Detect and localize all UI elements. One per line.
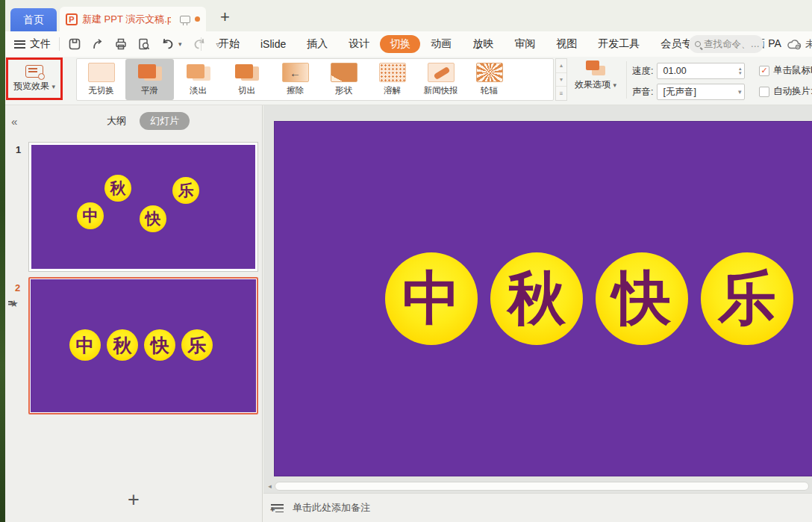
effect-options-label: 效果选项 — [575, 79, 610, 90]
file-menu-label: 文件 — [30, 37, 51, 51]
notes-placeholder: 单击此处添加备注 — [293, 501, 370, 515]
slide-canvas[interactable]: 中 秋 快 乐 — [275, 122, 812, 476]
auto-advance-checkbox[interactable] — [759, 87, 769, 97]
undo-dropdown-caret-icon[interactable]: ▾ — [178, 40, 182, 48]
slide-2-thumbnail-selected[interactable]: 中 秋 快 乐 — [28, 277, 258, 414]
auto-advance-row: 自动换片: — [759, 85, 812, 98]
transition-shape[interactable]: 形状 — [319, 59, 368, 100]
char-circle[interactable]: 秋 — [490, 252, 583, 345]
sync-status-label: 未同步 — [805, 37, 812, 51]
speed-field-row: 速度: 01.00 ▴▾ — [632, 63, 745, 79]
tab-insert[interactable]: 插入 — [296, 35, 338, 53]
tab-animation[interactable]: 动画 — [420, 35, 462, 53]
ribbon-separator — [626, 61, 627, 99]
redo-icon — [192, 37, 207, 51]
print-preview-icon[interactable] — [137, 37, 151, 51]
transition-dissolve[interactable]: 溶解 — [368, 59, 416, 100]
transition-none[interactable]: 无切换 — [77, 59, 125, 100]
gallery-scrollbar[interactable]: ▴ ▾ ≡ — [555, 58, 567, 101]
collapse-panel-icon[interactable]: « — [11, 115, 17, 128]
window-tab-bar: 首页 P 新建 PPT 演示文稿.ppt + — [5, 0, 812, 31]
transition-wipe[interactable]: ← 擦除 — [271, 59, 319, 100]
sound-label: 声音: — [632, 86, 653, 99]
tab-slideshow[interactable]: 放映 — [462, 35, 504, 53]
scroll-left-icon[interactable]: ◂ — [265, 482, 275, 490]
char-circle[interactable]: 中 — [385, 252, 478, 345]
char-circle: 乐 — [172, 177, 199, 204]
chevron-down-icon: ▾ — [613, 81, 616, 89]
print-icon[interactable] — [114, 37, 128, 51]
slides-panel: « 大纲 幻灯片 1 中 秋 快 乐 2 ★ 中 秋 快 乐 + — [5, 105, 263, 522]
tab-transition[interactable]: 切换 — [380, 35, 420, 53]
slide-1-preview: 中 秋 快 乐 — [31, 145, 255, 269]
transition-wipe-icon: ← — [282, 63, 309, 82]
char-circle: 乐 — [181, 329, 213, 361]
sound-dropdown[interactable]: [无声音] ▾ — [657, 84, 745, 100]
transition-wheel-icon — [476, 63, 503, 82]
tab-devtools[interactable]: 开发工具 — [587, 35, 650, 53]
tab-home[interactable]: 首页 — [10, 8, 57, 31]
slide-2-number: 2 — [15, 282, 20, 293]
search-command-box[interactable]: 查找命令、… — [689, 35, 763, 53]
char-circle: 秋 — [104, 175, 131, 202]
quick-access-toolbar: ▾ ▿ — [68, 37, 220, 51]
unsaved-dot-icon — [195, 16, 200, 22]
transition-smooth-icon — [137, 63, 163, 82]
tab-document[interactable]: P 新建 PPT 演示文稿.ppt — [60, 7, 206, 31]
presentation-monitor-icon — [180, 16, 190, 23]
speed-input[interactable]: 01.00 ▴▾ — [657, 63, 745, 79]
gallery-scroll-up-icon: ▴ — [556, 59, 566, 73]
desktop-wallpaper-strip — [0, 0, 5, 522]
char-circle: 快 — [144, 329, 175, 361]
tab-review[interactable]: 审阅 — [504, 35, 546, 53]
notes-bar[interactable]: 单击此处添加备注 — [263, 493, 812, 522]
menu-separator — [201, 37, 202, 51]
slide-1-thumbnail[interactable]: 中 秋 快 乐 — [28, 142, 258, 272]
undo-icon[interactable] — [160, 37, 175, 51]
on-mouse-click-checkbox[interactable]: ✓ — [759, 66, 769, 76]
transition-wheel[interactable]: 轮辐 — [465, 59, 513, 100]
char-circle[interactable]: 乐 — [701, 252, 793, 345]
add-slide-button[interactable]: + — [5, 488, 262, 512]
tab-design[interactable]: 设计 — [338, 35, 380, 53]
char-circle: 中 — [77, 202, 104, 229]
wps-presentation-window: 首页 P 新建 PPT 演示文稿.ppt + 文件 ▾ ▿ 开始 iSl — [0, 0, 812, 522]
transition-applied-star-icon[interactable]: ★ — [10, 298, 19, 309]
char-circle: 中 — [69, 329, 101, 361]
save-icon[interactable] — [68, 37, 81, 51]
transition-smooth-selected[interactable]: 平滑 — [125, 59, 174, 100]
auto-advance-label: 自动换片: — [773, 85, 812, 98]
wps-presentation-icon: P — [66, 13, 78, 25]
cloud-sync-status[interactable]: 未同步 — [787, 37, 812, 51]
transition-fade[interactable]: 淡出 — [174, 59, 222, 100]
transition-fade-icon — [185, 63, 212, 82]
transition-shape-icon — [331, 63, 357, 82]
transition-gallery: 无切换 平滑 淡出 切出 ← 擦除 形状 — [76, 58, 554, 101]
on-mouse-click-label: 单击鼠标时换片 — [773, 64, 812, 77]
effect-options-button[interactable]: 效果选项 ▾ — [574, 60, 617, 98]
speed-label: 速度: — [632, 65, 653, 78]
tab-islide[interactable]: iSlide — [250, 36, 296, 52]
new-tab-button[interactable]: + — [220, 7, 230, 27]
transition-none-icon — [88, 63, 115, 82]
transition-cut[interactable]: 切出 — [222, 59, 271, 100]
export-icon[interactable] — [91, 37, 104, 51]
scrollbar-track[interactable] — [275, 482, 809, 491]
tab-outline[interactable]: 大纲 — [101, 112, 132, 130]
gallery-scroll-down-icon: ▾ — [556, 73, 566, 87]
sound-value: [无声音] — [663, 86, 737, 99]
horizontal-scrollbar[interactable]: ◂ — [265, 481, 812, 491]
transition-ribbon: 预览效果 ▾ 无切换 平滑 淡出 切出 ← 擦除 — [5, 57, 812, 105]
panel-view-switch: 大纲 幻灯片 — [101, 112, 190, 130]
spinner-icons[interactable]: ▴▾ — [739, 66, 742, 75]
slide-1-number: 1 — [16, 144, 21, 155]
cloud-icon — [787, 39, 802, 50]
tab-view[interactable]: 视图 — [546, 35, 587, 53]
speed-value: 01.00 — [663, 66, 738, 76]
transition-newsflash[interactable]: 新闻快报 — [416, 59, 465, 100]
tab-slides-active[interactable]: 幻灯片 — [140, 112, 190, 130]
tab-start[interactable]: 开始 — [208, 35, 250, 53]
slide-2-preview: 中 秋 快 乐 — [31, 279, 256, 412]
file-menu-button[interactable]: 文件 — [14, 37, 51, 51]
char-circle[interactable]: 快 — [596, 252, 688, 345]
